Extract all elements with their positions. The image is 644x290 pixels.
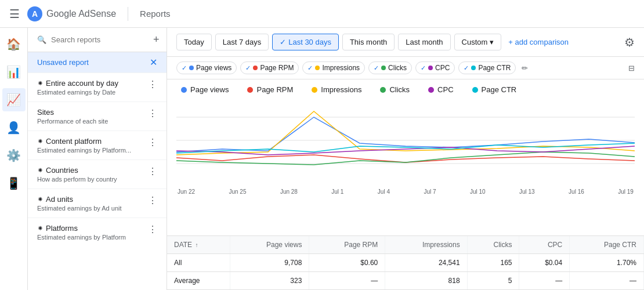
filter-this-month[interactable]: This month xyxy=(342,34,395,50)
left-icon-nav: 🏠 📊 📈 👤 ⚙️ 📱 xyxy=(0,28,28,290)
sidebar-item-platforms[interactable]: ⁕ Platforms Estimated earnings by Platfo… xyxy=(28,217,167,246)
sidebar-item-icon-0: ⁕ xyxy=(37,79,44,88)
close-report-button[interactable]: ✕ xyxy=(150,57,157,68)
chip-page-rpm[interactable]: ✓ Page RPM xyxy=(240,61,299,74)
cell-impressions-all: 24,541 xyxy=(385,254,467,272)
chip-label-page-rpm: Page RPM xyxy=(260,64,294,72)
col-header-page-ctr: Page CTR xyxy=(570,236,644,254)
legend-impressions: Impressions xyxy=(312,85,361,94)
cell-cpc-average: — xyxy=(519,272,570,290)
sidebar-item-icon-2: ⁕ xyxy=(37,137,44,146)
sidebar-item-more-1[interactable]: ⋮ xyxy=(148,108,157,119)
sidebar-item-more-3[interactable]: ⋮ xyxy=(148,166,157,177)
col-header-page-views: Page views xyxy=(230,236,309,254)
sidebar-item-sites[interactable]: Sites Performance of each site ⋮ xyxy=(28,102,167,130)
legend-clicks: Clicks xyxy=(380,85,410,94)
nav-icon-reports[interactable]: 📊 xyxy=(2,60,26,84)
chip-impressions[interactable]: ✓ Impressions xyxy=(302,61,365,74)
sidebar-item-desc-4: Estimated earnings by Ad unit xyxy=(37,205,148,212)
page-title: Reports xyxy=(140,9,171,19)
x-label-3: Jul 1 xyxy=(331,188,343,195)
chip-page-views[interactable]: ✓ Page views xyxy=(176,61,237,74)
filter-custom[interactable]: Custom ▾ xyxy=(454,34,502,50)
nav-icon-mobile[interactable]: 📱 xyxy=(2,172,26,195)
sidebar-item-more-2[interactable]: ⋮ xyxy=(148,137,157,148)
legend-dot-page-ctr xyxy=(472,87,478,93)
metric-chips-bar: ✓ Page views ✓ Page RPM ✓ Impressions ✓ xyxy=(167,57,644,79)
filter-last30days[interactable]: ✓ Last 30 days xyxy=(272,34,339,50)
hamburger-icon[interactable]: ☰ xyxy=(9,7,20,21)
nav-icon-home[interactable]: 🏠 xyxy=(2,32,26,56)
cell-clicks-average: 5 xyxy=(467,272,519,290)
add-report-button[interactable]: + xyxy=(153,34,160,46)
top-navigation: ☰ A Google AdSense Reports xyxy=(0,0,644,28)
chip-dot-page-rpm xyxy=(253,66,258,70)
cell-date-all: All xyxy=(167,254,230,272)
sidebar-item-ad-units[interactable]: ⁕ Ad units Estimated earnings by Ad unit… xyxy=(28,188,167,217)
filter-last-month[interactable]: Last month xyxy=(398,34,450,50)
filter-last7days[interactable]: Last 7 days xyxy=(215,34,269,50)
x-label-8: Jul 16 xyxy=(569,188,584,195)
edit-metrics-icon[interactable]: ✏ xyxy=(522,64,528,72)
legend-label-impressions: Impressions xyxy=(321,85,361,94)
search-input[interactable] xyxy=(51,35,149,44)
legend-label-cpc: CPC xyxy=(437,85,453,94)
filter-today[interactable]: Today xyxy=(176,34,212,50)
sidebar: 🔍 + Unsaved report ✕ ⁕ Entire account by… xyxy=(28,28,167,290)
settings-icon[interactable]: ⚙ xyxy=(624,35,635,49)
sidebar-item-entire-account[interactable]: ⁕ Entire account by day Estimated earnin… xyxy=(28,72,167,102)
check-icon-clicks: ✓ xyxy=(374,64,379,72)
chip-page-ctr[interactable]: ✓ Page CTR xyxy=(458,61,516,74)
x-label-0: Jun 22 xyxy=(178,188,195,195)
chart-section: ✓ Page views ✓ Page RPM ✓ Impressions ✓ xyxy=(167,57,644,290)
sidebar-item-desc-2: Estimated earnings by Platform... xyxy=(37,147,148,154)
cell-page-views-all: 9,708 xyxy=(230,254,309,272)
nav-icon-user[interactable]: 👤 xyxy=(2,116,26,139)
legend-dot-page-rpm xyxy=(247,87,253,93)
cell-cpc-all: $0.04 xyxy=(519,254,570,272)
sidebar-item-countries[interactable]: ⁕ Countries How ads perform by country ⋮ xyxy=(28,160,167,188)
chip-clicks[interactable]: ✓ Clicks xyxy=(368,61,412,74)
sidebar-item-icon-5: ⁕ xyxy=(37,224,44,233)
sidebar-search-bar[interactable]: 🔍 + xyxy=(28,28,167,52)
chip-dot-impressions xyxy=(315,66,320,70)
nav-divider xyxy=(128,7,128,21)
chip-label-impressions: Impressions xyxy=(322,64,360,72)
active-report-item[interactable]: Unsaved report ✕ xyxy=(28,52,167,72)
sidebar-item-name-0: Entire account by day xyxy=(46,79,118,88)
chip-dot-page-views xyxy=(189,66,194,70)
legend-cpc: CPC xyxy=(428,85,453,94)
nav-icon-settings[interactable]: ⚙️ xyxy=(2,144,26,167)
x-label-5: Jul 7 xyxy=(424,188,436,195)
sidebar-item-desc-3: How ads perform by country xyxy=(37,176,148,183)
sidebar-item-content-platform[interactable]: ⁕ Content platform Estimated earnings by… xyxy=(28,130,167,160)
sidebar-item-desc-0: Estimated earnings by Date xyxy=(37,89,148,96)
table-row-all: All 9,708 $0.60 24,541 165 $0.04 1.70% xyxy=(167,254,644,272)
sidebar-item-more-5[interactable]: ⋮ xyxy=(148,224,157,235)
add-comparison-button[interactable]: + add comparison xyxy=(508,38,569,46)
check-icon: ✓ xyxy=(280,38,286,46)
col-header-date[interactable]: DATE ↑ xyxy=(167,236,230,254)
legend-page-ctr: Page CTR xyxy=(472,85,517,94)
cell-impressions-average: 818 xyxy=(385,272,467,290)
legend-label-page-rpm: Page RPM xyxy=(256,85,293,94)
sidebar-item-desc-1: Performance of each site xyxy=(37,118,148,125)
chip-label-clicks: Clicks xyxy=(388,64,407,72)
x-label-4: Jul 4 xyxy=(378,188,390,195)
check-icon-page-ctr: ✓ xyxy=(464,64,469,72)
cell-page-ctr-all: 1.70% xyxy=(570,254,644,272)
logo: A Google AdSense xyxy=(27,6,116,22)
active-report-label: Unsaved report xyxy=(37,58,89,67)
chip-dot-clicks xyxy=(381,66,386,70)
legend-dot-clicks xyxy=(380,87,386,93)
chip-cpc[interactable]: ✓ CPC xyxy=(415,61,455,74)
sidebar-item-more-4[interactable]: ⋮ xyxy=(148,195,157,206)
cell-page-rpm-average: — xyxy=(309,272,385,290)
nav-icon-analytics[interactable]: 📈 xyxy=(2,88,26,111)
check-icon-cpc: ✓ xyxy=(421,64,426,72)
adsense-logo-icon: A xyxy=(27,6,43,22)
chip-dot-page-ctr xyxy=(471,66,476,70)
filter-icon[interactable]: ⊟ xyxy=(628,64,635,72)
date-filter-bar: Today Last 7 days ✓ Last 30 days This mo… xyxy=(167,28,644,57)
sidebar-item-more-0[interactable]: ⋮ xyxy=(148,79,157,90)
